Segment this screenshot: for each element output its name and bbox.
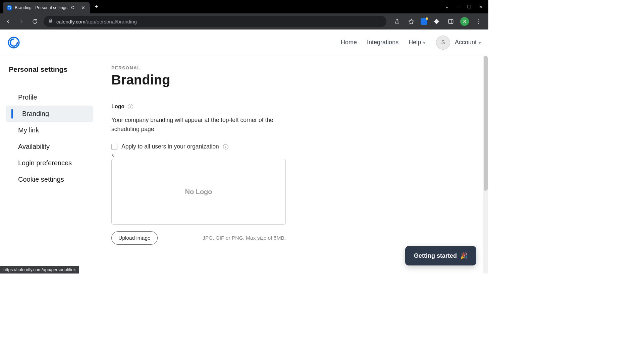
chevron-down-icon: ▼ (422, 41, 426, 45)
nav-help[interactable]: Help▼ (409, 39, 426, 46)
upload-image-button[interactable]: Upload image (111, 231, 158, 245)
getting-started-label: Getting started (414, 252, 457, 259)
forward-button[interactable] (17, 17, 26, 26)
divider (6, 196, 93, 196)
page-title: Branding (111, 72, 476, 87)
browser-tab[interactable]: Branding - Personal settings - C ✕ (3, 2, 90, 13)
lock-icon (48, 18, 53, 24)
nav-account[interactable]: Account▼ (455, 39, 482, 46)
logo-preview-box: No Logo (111, 159, 286, 225)
sidebar-item-availability[interactable]: Availability (6, 138, 93, 155)
upload-hint: JPG, GIF or PNG. Max size of 5MB. (203, 235, 286, 241)
window-controls: ⌄ ─ ❐ ✕ (445, 4, 488, 9)
logo-section-description: Your company branding will appear at the… (111, 116, 286, 134)
status-bar: https://calendly.com/app/personal/link (0, 266, 79, 274)
main-content: PERSONAL Branding Logo i Your company br… (99, 56, 488, 274)
tab-title: Branding - Personal settings - C (15, 5, 78, 10)
chevron-down-icon: ▼ (478, 41, 482, 45)
address-bar[interactable]: calendly.com/app/personal/branding (44, 16, 386, 27)
bookmark-icon[interactable] (407, 17, 416, 26)
url-text: calendly.com/app/personal/branding (56, 19, 137, 24)
sidebar-item-branding[interactable]: Branding (6, 106, 93, 122)
nav-home[interactable]: Home (341, 39, 357, 46)
sidebar-item-my-link[interactable]: My link (6, 122, 93, 138)
sidebar-item-login-preferences[interactable]: Login preferences (6, 155, 93, 171)
cursor-icon: ↖ (111, 153, 115, 158)
sidebar: Personal settings Profile Branding My li… (0, 56, 99, 274)
app-header: Home Integrations Help▼ S Account▼ (0, 29, 488, 56)
svg-point-0 (8, 6, 11, 9)
new-tab-button[interactable]: + (95, 3, 98, 10)
kebab-menu-icon[interactable]: ⋮ (474, 17, 483, 26)
tab-bar: Branding - Personal settings - C ✕ + ⌄ ─… (0, 0, 488, 13)
calendly-favicon (7, 5, 12, 10)
back-button[interactable] (3, 17, 13, 26)
browser-profile-avatar[interactable]: S (460, 17, 469, 26)
tabs-dropdown-icon[interactable]: ⌄ (445, 4, 449, 9)
scrollbar[interactable] (483, 56, 488, 274)
calendly-logo[interactable] (7, 36, 21, 50)
divider (6, 81, 93, 81)
extension-badge-icon[interactable] (421, 18, 427, 25)
scrollbar-thumb[interactable] (484, 56, 488, 191)
maximize-button[interactable]: ❐ (467, 4, 472, 9)
getting-started-button[interactable]: Getting started 🎉 (405, 246, 476, 265)
svg-rect-1 (448, 19, 453, 23)
close-window-button[interactable]: ✕ (479, 4, 483, 9)
nav-integrations[interactable]: Integrations (367, 39, 398, 46)
apply-all-checkbox[interactable] (111, 144, 117, 150)
info-icon[interactable]: i (128, 104, 133, 109)
logo-section-label: Logo (111, 104, 124, 110)
apply-all-label: Apply to all users in your organization (121, 143, 219, 150)
share-icon[interactable] (392, 17, 402, 26)
party-popper-icon: 🎉 (460, 252, 468, 259)
reload-button[interactable] (30, 17, 40, 26)
side-panel-icon[interactable] (446, 17, 455, 26)
user-avatar[interactable]: S (436, 36, 450, 50)
close-tab-icon[interactable]: ✕ (80, 5, 86, 10)
minimize-button[interactable]: ─ (457, 4, 460, 9)
extensions-icon[interactable] (432, 17, 441, 26)
sidebar-item-cookie-settings[interactable]: Cookie settings (6, 171, 93, 188)
sidebar-title: Personal settings (0, 65, 99, 81)
sidebar-item-profile[interactable]: Profile (6, 89, 93, 106)
breadcrumb: PERSONAL (111, 65, 476, 70)
info-icon[interactable]: i (223, 144, 228, 149)
browser-toolbar: calendly.com/app/personal/branding S ⋮ (0, 13, 488, 29)
